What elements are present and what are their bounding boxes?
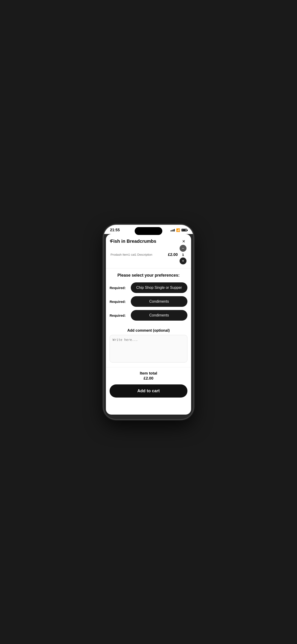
total-value: £2.00 [110,376,188,381]
preferences-section: Please select your preferences: Required… [106,268,191,328]
preference-button-3[interactable]: Condiments [131,310,188,320]
item-description: Prodash Item1 cat1 Description [110,253,168,256]
preference-button-2[interactable]: Condiments [131,296,188,307]
preference-button-1[interactable]: Chip Shop Single or Supper [131,282,188,293]
close-button[interactable]: × [180,238,188,245]
modal-container: ‹ × Fish in Breadcrumbs Prodash Item1 ca… [106,234,191,414]
item-price: £2.00 [168,252,178,257]
comment-title: Add comment (optional) [110,328,188,332]
signal-icon [170,229,175,232]
quantity-controls: − 1 + [180,245,186,264]
status-bar: 21:55 📶 [104,225,194,234]
modal-header: ‹ × Fish in Breadcrumbs Prodash Item1 ca… [106,234,191,268]
back-button[interactable]: ‹ [110,238,111,244]
preferences-title: Please select your preferences: [110,273,188,278]
phone-frame: 21:55 📶 ‹ × Fish in Breadcrumbs Prodash … [104,225,194,419]
preference-label-2: Required: [110,300,128,304]
quantity-increase-button[interactable]: + [180,258,186,264]
comment-input[interactable] [110,335,188,362]
preference-label-3: Required: [110,314,128,318]
item-meta-row: Prodash Item1 cat1 Description £2.00 − 1… [110,245,186,264]
total-section: Item total £2.00 [106,367,191,384]
total-label: Item total [110,371,188,376]
add-to-cart-button[interactable]: Add to cart [110,384,188,398]
preference-row-1: Required: Chip Shop Single or Supper [110,282,188,293]
status-time: 21:55 [110,228,120,232]
quantity-value: 1 [182,253,184,256]
dynamic-island [135,227,162,235]
status-icons: 📶 [170,228,187,232]
preference-label-1: Required: [110,286,128,290]
quantity-decrease-button[interactable]: − [180,245,186,252]
wifi-icon: 📶 [176,228,180,232]
item-title: Fish in Breadcrumbs [110,238,186,244]
battery-icon [182,229,187,232]
preference-row-3: Required: Condiments [110,310,188,320]
comment-section: Add comment (optional) [106,328,191,367]
preference-row-2: Required: Condiments [110,296,188,307]
